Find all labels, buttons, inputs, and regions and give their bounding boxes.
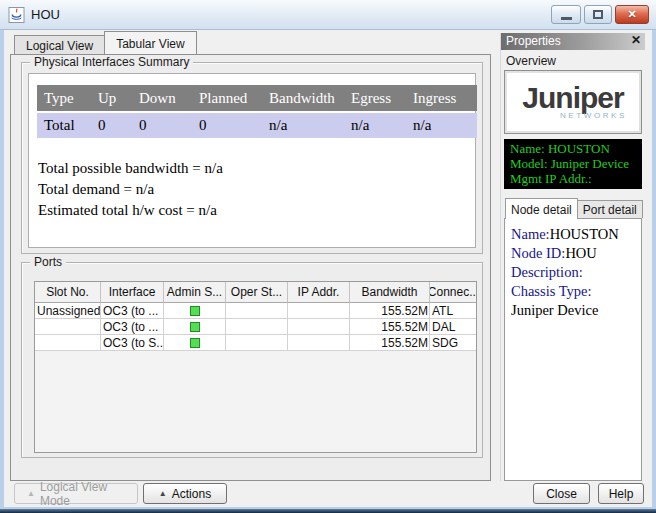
- port-slot: Unassigned: [35, 303, 101, 319]
- node-id-value: HOU: [565, 245, 596, 261]
- actions-button[interactable]: ▲ Actions: [143, 483, 227, 504]
- summary-col-up[interactable]: Up: [91, 85, 132, 111]
- maximize-button[interactable]: [584, 5, 612, 24]
- name-label: Name:: [511, 226, 550, 242]
- window-title: HOU: [31, 7, 60, 22]
- ports-col-interface[interactable]: Interface: [101, 282, 164, 303]
- close-label: Close: [546, 487, 577, 501]
- close-button[interactable]: Close: [533, 483, 590, 504]
- admin-status-up-indicator: [190, 322, 200, 332]
- minimize-button[interactable]: [551, 5, 581, 24]
- ports-col-admin-status[interactable]: Admin S...: [164, 282, 226, 303]
- tab-port-detail[interactable]: Port detail: [577, 200, 643, 218]
- name-value: HOUSTON: [550, 226, 619, 242]
- detail-tab-strip: Node detail Port detail: [504, 198, 642, 218]
- summary-total-type: Total: [37, 113, 91, 138]
- juniper-networks-text: NETWORKS: [560, 111, 627, 120]
- port-interface: OC3 (to ...: [101, 319, 164, 335]
- help-button[interactable]: Help: [598, 483, 644, 504]
- close-window-button[interactable]: ✕: [615, 5, 649, 24]
- port-bandwidth: 155.52M: [350, 319, 430, 335]
- physical-interfaces-summary-group: Physical Interfaces Summary Type Up Down…: [21, 62, 483, 254]
- summary-table-header: Type Up Down Planned Bandwidth Egress In…: [37, 85, 477, 111]
- note-total-possible-bandwidth: Total possible bandwidth = n/a: [38, 158, 223, 179]
- node-detail-panel: Name:HOUSTON Node ID:HOU Description: Ch…: [504, 218, 642, 481]
- ports-group: Ports Slot No. Interface Admin S... Oper…: [21, 262, 483, 458]
- logical-view-mode-button[interactable]: ▲ Logical View Mode: [14, 483, 138, 504]
- summary-col-type[interactable]: Type: [37, 85, 91, 111]
- port-bandwidth: 155.52M: [350, 335, 430, 351]
- java-app-icon: [8, 7, 25, 23]
- summary-group-title: Physical Interfaces Summary: [30, 55, 193, 70]
- tab-strip: Logical View Tabular View: [10, 33, 491, 54]
- ports-col-bandwidth[interactable]: Bandwidth: [350, 282, 430, 303]
- admin-status-up-indicator: [190, 306, 200, 316]
- summary-col-ingress[interactable]: Ingress: [406, 85, 477, 111]
- properties-title: Properties: [506, 34, 561, 48]
- note-estimated-cost: Estimated total h/w cost = n/a: [38, 200, 223, 221]
- summary-total-bandwidth: n/a: [262, 113, 344, 138]
- minimize-icon: [561, 17, 572, 20]
- port-interface: OC3 (to ...: [101, 303, 164, 319]
- summary-col-planned[interactable]: Planned: [192, 85, 262, 111]
- main-tabbed-pane: Logical View Tabular View Physical Inter…: [10, 33, 491, 481]
- help-label: Help: [609, 487, 634, 501]
- port-admin-status-cell: [164, 335, 226, 351]
- summary-notes: Total possible bandwidth = n/a Total dem…: [38, 158, 223, 221]
- juniper-logo: Juniper NETWORKS: [504, 70, 642, 134]
- port-row-sdg[interactable]: OC3 (to S... 155.52M SDG: [35, 335, 476, 351]
- ports-col-slot[interactable]: Slot No.: [35, 282, 101, 303]
- port-oper-status: [226, 319, 288, 335]
- port-row-atl[interactable]: Unassigned OC3 (to ... 155.52M ATL: [35, 303, 476, 319]
- tab-tabular-view[interactable]: Tabular View: [104, 31, 196, 54]
- port-ip-addr: [288, 335, 350, 351]
- device-summary-box: Name: HOUSTON Model: Juniper Device Mgmt…: [504, 139, 642, 189]
- port-slot: [35, 335, 101, 351]
- up-arrow-icon: ▲: [27, 489, 35, 498]
- ports-col-oper-status[interactable]: Oper St...: [226, 282, 288, 303]
- ports-table: Slot No. Interface Admin S... Oper St...…: [34, 281, 477, 453]
- summary-total-down: 0: [132, 113, 192, 138]
- summary-col-bandwidth[interactable]: Bandwidth: [262, 85, 344, 111]
- juniper-brand-text: Juniper: [522, 85, 623, 111]
- port-oper-status: [226, 303, 288, 319]
- summary-col-down[interactable]: Down: [132, 85, 192, 111]
- port-connection: SDG: [430, 335, 477, 351]
- tab-logical-view[interactable]: Logical View: [14, 35, 105, 54]
- port-row-dal[interactable]: OC3 (to ... 155.52M DAL: [35, 319, 476, 335]
- node-detail-id: Node ID:HOU: [511, 244, 635, 263]
- ports-col-ip-addr[interactable]: IP Addr.: [288, 282, 350, 303]
- port-slot: [35, 319, 101, 335]
- node-id-label: Node ID:: [511, 245, 565, 261]
- node-detail-name: Name:HOUSTON: [511, 225, 635, 244]
- tab-node-detail[interactable]: Node detail: [505, 198, 578, 219]
- properties-body: Overview Juniper NETWORKS Name: HOUSTON …: [501, 50, 645, 481]
- port-bandwidth: 155.52M: [350, 303, 430, 319]
- device-mgmt-ip-line: Mgmt IP Addr.:: [510, 171, 636, 186]
- properties-titlebar[interactable]: Properties ✕: [501, 33, 645, 50]
- close-icon: ✕: [627, 8, 636, 21]
- device-model-line: Model: Juniper Device: [510, 156, 636, 171]
- window-controls: ✕: [551, 5, 649, 24]
- ports-table-header: Slot No. Interface Admin S... Oper St...…: [35, 282, 476, 303]
- app-window: HOU ✕ Logical View Tabular View Physical…: [0, 0, 656, 513]
- port-oper-status: [226, 335, 288, 351]
- description-label: Description:: [511, 264, 583, 280]
- summary-col-egress[interactable]: Egress: [344, 85, 406, 111]
- ports-group-title: Ports: [30, 255, 66, 270]
- summary-total-row[interactable]: Total 0 0 0 n/a n/a n/a: [37, 113, 477, 138]
- actions-label: Actions: [172, 487, 211, 501]
- note-total-demand: Total demand = n/a: [38, 179, 223, 200]
- overview-label: Overview: [506, 54, 642, 68]
- admin-status-up-indicator: [190, 338, 200, 348]
- window-titlebar[interactable]: HOU ✕: [0, 0, 656, 30]
- port-interface: OC3 (to S...: [101, 335, 164, 351]
- client-area: Logical View Tabular View Physical Inter…: [4, 30, 652, 507]
- device-name-line: Name: HOUSTON: [510, 141, 636, 156]
- port-ip-addr: [288, 319, 350, 335]
- port-connection: DAL: [430, 319, 477, 335]
- summary-total-ingress: n/a: [406, 113, 477, 138]
- properties-close-icon[interactable]: ✕: [631, 33, 641, 47]
- summary-total-planned: 0: [192, 113, 262, 138]
- ports-col-connection[interactable]: Connec...: [430, 282, 477, 303]
